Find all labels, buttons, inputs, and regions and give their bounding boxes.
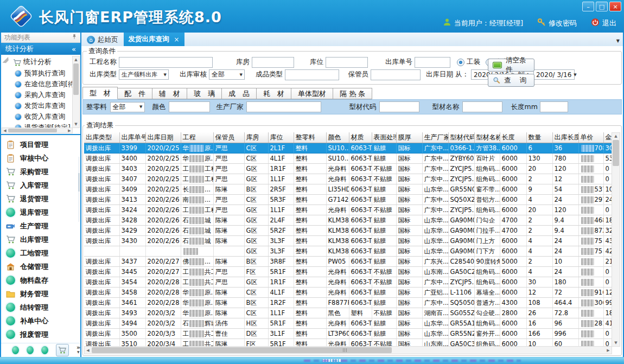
- column-header[interactable]: 出库单号: [119, 132, 145, 143]
- expander-icon[interactable]: [2, 56, 12, 67]
- sidebar-item-审核中心[interactable]: 审核中心: [1, 151, 80, 165]
- table-row[interactable]: 调拨出库34132020/2/26南...严思C区5R3F整料G71422606…: [84, 195, 612, 205]
- sidebar-item-物料盘存[interactable]: 物料盘存: [1, 273, 80, 287]
- column-header[interactable]: 库房: [244, 132, 268, 143]
- profile-code-input[interactable]: [379, 101, 419, 112]
- maximize-button[interactable]: □: [596, 2, 608, 11]
- cart-toolbar-button[interactable]: [56, 344, 69, 356]
- material-tab-3[interactable]: 辅 材: [152, 88, 187, 99]
- dot-icon[interactable]: [12, 346, 19, 354]
- sidebar-item-结转管理[interactable]: 结转管理: [1, 301, 80, 314]
- scroll-up-icon[interactable]: ▲: [73, 56, 79, 63]
- location-input[interactable]: [326, 57, 368, 68]
- column-header[interactable]: 生产厂家: [422, 132, 448, 143]
- table-row[interactable]: 调拨出库34282020/2/26石城陈琳G区2L4F整料KLM38176063…: [84, 215, 612, 226]
- table-row[interactable]: G区3L3F整料KLM38176063-T5贴膜国标山东华...GA90M09.…: [84, 246, 612, 257]
- table-row[interactable]: 调拨出库35102020/3/4工共工程陈琳F区5R1F整料光身料6063-T5…: [84, 339, 612, 347]
- table-row[interactable]: 调拨出库34942020/3/2石辉城汤伟H区5R1F整料光身料6063-T5贴…: [84, 318, 612, 329]
- sidebar-item-入库管理[interactable]: 入库管理: [1, 178, 80, 192]
- project-name-input[interactable]: [119, 57, 213, 68]
- tree-item[interactable]: 在途信息查询[待: [1, 79, 80, 90]
- tree-item[interactable]: 采购入库查询: [1, 90, 80, 100]
- keeper-input[interactable]: [371, 69, 421, 80]
- product-type-input[interactable]: [285, 69, 339, 80]
- sidebar-item-补单中心[interactable]: 补单中心: [1, 314, 80, 328]
- column-header[interactable]: 出库长度: [552, 132, 578, 143]
- profile-name-input[interactable]: [462, 101, 502, 112]
- table-row[interactable]: 调拨出库34302020/2/26石城陈琳G区3L3F整料KLM38176063…: [84, 236, 612, 246]
- sidebar-item-财务管理[interactable]: 财务管理: [1, 287, 80, 301]
- sidebar-item-采购管理[interactable]: 采购管理: [1, 165, 80, 178]
- sidebar-item-仓储管理[interactable]: 仓储管理: [1, 260, 80, 273]
- clear-conditions-button[interactable]: 清空条件: [488, 59, 534, 72]
- column-header[interactable]: 数量: [526, 132, 552, 143]
- column-header[interactable]: 单价: [578, 132, 603, 143]
- sidebar-item-项目管理[interactable]: 项目管理: [1, 138, 80, 151]
- search-button[interactable]: 查 询: [488, 74, 534, 87]
- tab-close-icon[interactable]: ×: [174, 36, 180, 43]
- dot-icon[interactable]: [27, 346, 34, 354]
- collapse-icon[interactable]: «: [72, 45, 76, 53]
- table-row[interactable]: 调拨出库34452020/2/27工共工程严思F区5R1F整料光身料6063-T…: [84, 267, 612, 277]
- tree-root-statistics[interactable]: 统计分析: [1, 55, 80, 68]
- column-header[interactable]: 出库类型: [84, 132, 119, 143]
- column-header[interactable]: 工程: [181, 132, 213, 143]
- material-tab-6[interactable]: 耗 材: [257, 88, 291, 99]
- scroll-right-icon[interactable]: ▶: [605, 347, 612, 354]
- table-row[interactable]: 调拨出库34072020/2/25工工程严思G区1L1F整料光身料6063-T5…: [84, 174, 612, 184]
- length-input[interactable]: [540, 101, 568, 112]
- column-header[interactable]: 长度: [500, 132, 526, 143]
- sidebar-item-生产管理[interactable]: 生产管理: [1, 219, 80, 233]
- material-tab-8[interactable]: 隔 热 条: [333, 88, 372, 99]
- table-row[interactable]: 调拨出库34032020/2/25工工程严思G区1R1F整料光身料6063-T5…: [84, 164, 612, 174]
- warehouse-input[interactable]: [252, 57, 294, 68]
- dot-icon[interactable]: [41, 346, 48, 354]
- scroll-left-icon[interactable]: ◀: [2, 128, 8, 133]
- tree-vertical-scrollbar[interactable]: ▲ ▼: [72, 56, 80, 128]
- scrollbar-thumb[interactable]: [8, 129, 57, 132]
- manufacturer-input[interactable]: [246, 101, 321, 112]
- column-header[interactable]: 表面处理: [372, 132, 396, 143]
- tree-horizontal-scrollbar[interactable]: ◀ ▶: [2, 127, 73, 133]
- table-row[interactable]: 调拨出库34002020/2/25华原...严思C区4L1F整料SU10...6…: [84, 154, 612, 164]
- table-row[interactable]: 调拨出库34372020/2/27佛...陈琳B区3R8F整料PW056063-…: [84, 257, 612, 267]
- table-row[interactable]: 调拨出库33992020/2/25华原...严思C区2L1F整料SU10...6…: [84, 143, 612, 154]
- sidebar-item-退库管理[interactable]: 退库管理: [1, 206, 80, 219]
- audit-select[interactable]: 全部▼: [209, 69, 245, 80]
- table-row[interactable]: 调拨出库34092020/2/25长...陈琳B区2R5F整料LI35HD606…: [84, 184, 612, 195]
- scrollbar-thumb[interactable]: [613, 140, 619, 166]
- whole-part-select[interactable]: 全部▼: [110, 102, 145, 112]
- tree-item[interactable]: 收货入库查询: [1, 111, 80, 122]
- menu-scroll-thumb[interactable]: [78, 173, 80, 191]
- table-row[interactable]: 调拨出库34582020/2/28华原...陈琳C区4L1F整料光身料6063-…: [84, 288, 612, 298]
- material-tab-7[interactable]: 单体型材: [291, 88, 333, 99]
- tree-item[interactable]: 预算执行查询: [1, 68, 80, 79]
- table-row[interactable]: 调拨出库34542020/2/28工共工程严思G区1R1F整料光身料6063-T…: [84, 277, 612, 288]
- column-header[interactable]: 膜厚: [396, 132, 422, 143]
- table-row[interactable]: 调拨出库34242020/2/26工工程严思G区1L1F整料光身料6063-T5…: [84, 205, 612, 215]
- scrollbar-thumb[interactable]: [73, 63, 79, 95]
- scroll-right-icon[interactable]: ▶: [67, 128, 72, 133]
- sidebar-item-工地管理[interactable]: 工地管理: [1, 246, 80, 260]
- scroll-down-icon[interactable]: ▼: [612, 340, 620, 346]
- minimize-button[interactable]: –: [582, 2, 594, 11]
- column-header[interactable]: 整零料: [294, 132, 326, 143]
- tab-shipping-outbound-query[interactable]: 发货出库查询 ×: [124, 33, 184, 46]
- change-password-button[interactable]: 修改密码: [537, 18, 577, 28]
- tree-item[interactable]: 发货出库查询: [1, 100, 80, 111]
- tab-list-dropdown-icon[interactable]: ▼: [616, 39, 620, 43]
- material-tab-1[interactable]: 型 材: [82, 87, 118, 99]
- color-input[interactable]: [169, 101, 210, 112]
- material-tab-5[interactable]: 成 品: [222, 88, 257, 99]
- table-row[interactable]: 调拨出库34932020/3/2华原...陈琳C区1L1F整料黑色塑料不贴膜国标…: [84, 308, 612, 318]
- material-tab-4[interactable]: 玻 璃: [187, 88, 222, 99]
- pin-icon[interactable]: [72, 34, 77, 41]
- column-header[interactable]: 颜色: [326, 132, 349, 143]
- close-button[interactable]: ×: [609, 2, 621, 11]
- outbound-no-input[interactable]: [415, 57, 450, 68]
- column-header[interactable]: 出库日期: [145, 132, 181, 143]
- column-header[interactable]: 库位: [268, 132, 294, 143]
- material-tab-2[interactable]: 配 件: [118, 88, 152, 99]
- column-header[interactable]: 型材名称: [474, 132, 500, 143]
- table-row[interactable]: 调拨出库34292020/2/26石城陈琳G区5R2F整料KLM38176063…: [84, 226, 612, 236]
